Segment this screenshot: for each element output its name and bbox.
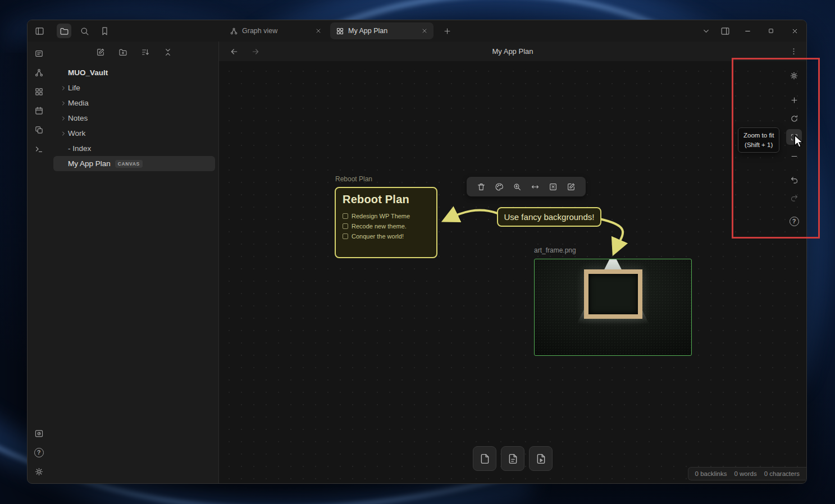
zoom-to-selection-button[interactable] [509,180,526,194]
vault-title-row[interactable]: MUO_Vault [53,65,215,80]
collapse-icon [163,48,172,57]
zoom-out-button[interactable] [786,148,802,164]
gear-icon [790,71,799,80]
new-tab-button[interactable] [440,24,454,38]
chevron-right-icon [59,114,68,123]
reset-zoom-button[interactable] [786,111,802,126]
zoom-fit-icon [790,133,799,141]
quick-switcher-button[interactable] [31,46,46,61]
more-options-button[interactable] [786,44,801,59]
checkbox[interactable] [343,223,348,229]
tab-list-dropdown-button[interactable] [699,24,713,38]
folder-row-work[interactable]: Work [53,126,215,141]
view-header: My App Plan [219,42,806,61]
tab-label: Graph view [242,27,309,35]
zoom-in-button[interactable] [786,92,802,108]
canvas-add-toolbar [473,446,553,471]
checklist-item: Recode new theme. [343,221,430,231]
vault-name: MUO_Vault [68,68,108,77]
zoom-to-fit-tooltip: Zoom to fit (Shift + 1) [738,127,779,153]
tab-bar: Graph view My App Plan [224,22,454,39]
file-media-icon [535,453,547,465]
maximize-button[interactable] [759,20,783,42]
canvas-node-fancy-backgrounds[interactable]: Use fancy backgrounds! [497,207,601,227]
node-color-button[interactable] [491,180,508,194]
search-icon [80,26,89,36]
trash-icon [477,182,486,191]
arrow-left-icon [230,47,239,56]
plus-icon [443,27,451,35]
sort-order-button[interactable] [138,45,153,59]
add-media-button[interactable] [529,446,553,471]
file-row-my-app-plan[interactable]: My App Plan CANVAS [53,156,215,171]
clear-formatting-button[interactable] [545,180,562,194]
search-nav-button[interactable] [77,24,92,38]
bookmarks-nav-button[interactable] [97,24,112,38]
terminal-button[interactable] [31,141,46,156]
daily-note-button[interactable] [31,103,46,118]
checkbox-label: Recode new theme. [352,223,407,230]
insert-template-button[interactable] [31,122,46,137]
tab-graph-view[interactable]: Graph view [224,22,327,39]
canvas-view[interactable]: Reboot Plan Reboot Plan Redesign WP Them… [219,61,806,483]
settings-button[interactable] [31,464,46,479]
close-window-button[interactable] [783,20,806,42]
new-folder-button[interactable] [116,45,130,59]
folder-row-notes[interactable]: Notes [53,111,215,126]
file-row-index[interactable]: - Index [53,141,215,156]
sort-icon [141,48,150,57]
forward-button[interactable] [248,44,263,59]
file-explorer-toolbar [50,42,218,63]
tab-label: My App Plan [348,27,415,35]
add-card-button[interactable] [473,446,496,471]
maximize-icon [768,28,774,34]
vault-switcher-button[interactable] [31,426,46,441]
tree-indent [59,144,68,153]
tooltip-title: Zoom to fit [743,131,774,140]
titlebar-right [699,20,806,42]
tree-indent [59,159,68,168]
tab-close-button[interactable] [313,25,324,36]
edit-node-button[interactable] [563,180,580,194]
back-button[interactable] [227,44,241,59]
history-nav [219,44,263,59]
node-label-reboot-plan: Reboot Plan [335,175,372,183]
minimize-button[interactable] [736,20,759,42]
help-button[interactable]: ? [31,445,46,460]
edit-icon [96,48,105,57]
tab-my-app-plan[interactable]: My App Plan [330,22,434,39]
minus-icon [790,152,799,161]
canvas-node-art-frame-image[interactable] [534,259,692,356]
close-icon [421,28,428,34]
graph-view-button[interactable] [31,65,46,80]
new-canvas-button[interactable] [31,84,46,99]
right-sidebar-toggle-button[interactable] [718,24,732,38]
folder-row-media[interactable]: Media [53,95,215,111]
sidebar-nav-group [57,24,112,38]
checkbox[interactable] [343,233,348,239]
undo-button[interactable] [786,172,802,187]
canvas-node-reboot-plan[interactable]: Reboot Plan Redesign WP Theme Recode new… [335,187,437,258]
tree-indent [59,68,68,77]
folder-plus-icon [118,48,127,57]
checkbox-label: Conquer the world! [352,233,404,240]
new-note-button[interactable] [93,45,108,59]
zoom-to-fit-button[interactable] [786,129,802,145]
canvas-help-button[interactable]: ? [786,213,802,229]
delete-node-button[interactable] [473,180,490,194]
files-nav-button[interactable] [57,24,71,38]
folder-row-life[interactable]: Life [53,80,215,95]
tab-close-button[interactable] [419,25,430,36]
checkbox[interactable] [343,213,348,219]
node-text: Use fancy backgrounds! [504,212,595,222]
redo-button[interactable] [786,190,802,205]
titlebar-left [28,24,218,38]
left-sidebar-toggle-button[interactable] [32,24,47,38]
canvas-settings-button[interactable] [786,68,802,84]
add-note-button[interactable] [501,446,524,471]
collapse-all-button[interactable] [161,45,175,59]
backlinks-count[interactable]: 0 backlinks [695,470,727,477]
character-count: 0 characters [764,470,800,477]
graph-icon [230,27,238,35]
resize-node-button[interactable] [527,180,544,194]
